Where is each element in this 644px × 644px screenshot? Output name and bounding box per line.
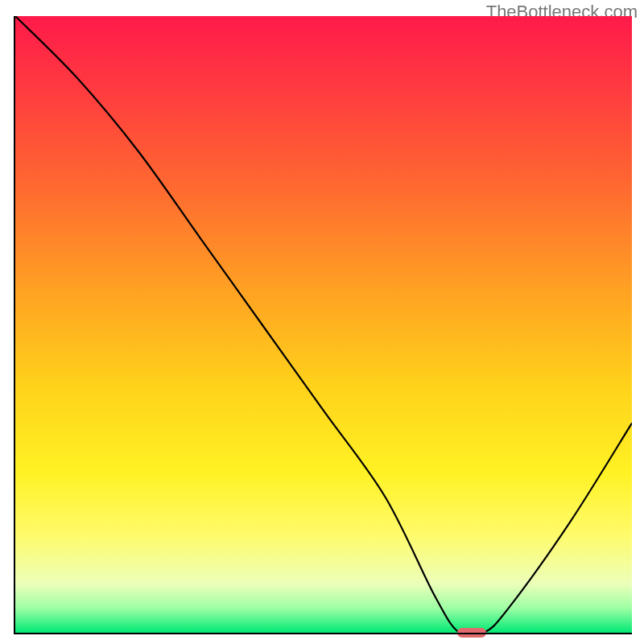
chart-plot-area (15, 16, 632, 633)
x-axis-line (14, 633, 632, 634)
y-axis-line (14, 16, 15, 634)
bottleneck-curve (15, 16, 632, 633)
